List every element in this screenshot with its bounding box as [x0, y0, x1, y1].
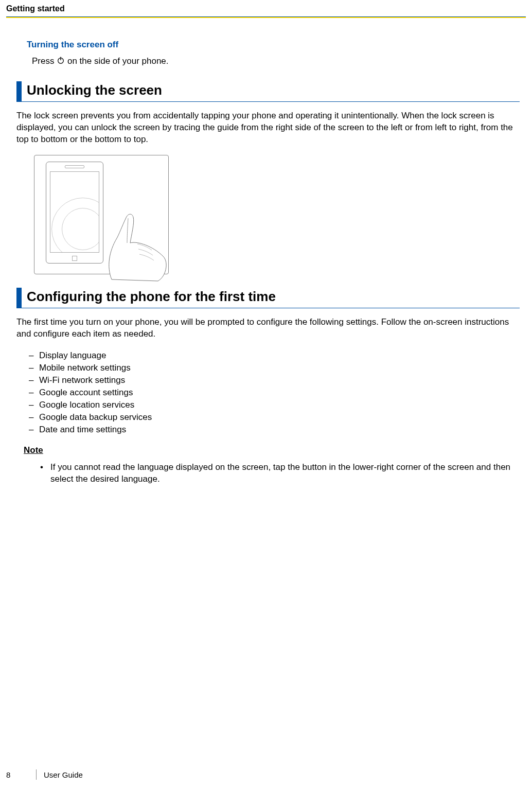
list-item: Wi-Fi network settings — [27, 374, 526, 387]
page-number: 8 — [0, 770, 29, 779]
content-area: Turning the screen off Press on the side… — [0, 18, 532, 486]
list-item: Google location services — [27, 399, 526, 411]
heading-accent-bar — [16, 81, 22, 101]
power-icon — [57, 56, 65, 67]
figure-unlock-gesture — [34, 155, 169, 274]
heading-unlocking-text: Unlocking the screen — [27, 81, 162, 101]
footer-doc-title: User Guide — [44, 770, 83, 779]
footer-separator — [36, 769, 37, 780]
press-text-pre: Press — [32, 56, 57, 66]
figure-speaker — [65, 165, 84, 168]
heading-configuring-text: Configuring the phone for the first time — [27, 288, 276, 308]
list-item: If you cannot read the language displaye… — [40, 461, 520, 486]
subheading-turning-screen-off: Turning the screen off — [27, 40, 526, 50]
press-instruction: Press on the side of your phone. — [32, 56, 526, 67]
press-text-post: on the side of your phone. — [67, 56, 169, 66]
list-item: Google account settings — [27, 387, 526, 399]
configuring-intro-text: The first time you turn on your phone, y… — [16, 317, 520, 340]
unlocking-body-text: The lock screen prevents you from accide… — [16, 110, 520, 146]
heading-rule — [16, 308, 520, 308]
figure-hand-icon — [81, 189, 173, 282]
heading-rule — [16, 101, 520, 102]
note-label: Note — [24, 445, 526, 455]
note-bullet-list: If you cannot read the language displaye… — [40, 461, 520, 486]
running-header-text: Getting started — [6, 4, 65, 13]
list-item: Display language — [27, 349, 526, 362]
figure-home-button — [72, 256, 77, 261]
list-item: Date and time settings — [27, 424, 526, 436]
page-footer: 8 User Guide — [0, 769, 83, 780]
running-header: Getting started — [0, 0, 532, 16]
settings-list: Display language Mobile network settings… — [27, 349, 526, 436]
heading-accent-bar — [16, 288, 22, 308]
list-item: Mobile network settings — [27, 362, 526, 374]
list-item: Google data backup services — [27, 411, 526, 424]
section-heading-unlocking: Unlocking the screen — [16, 81, 526, 101]
section-heading-configuring: Configuring the phone for the first time — [16, 288, 526, 308]
